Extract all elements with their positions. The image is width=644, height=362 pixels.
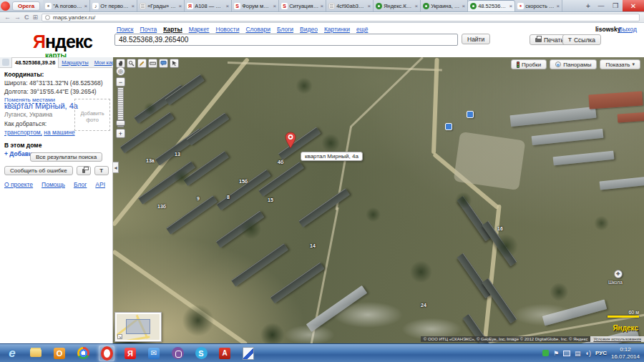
browser-tab[interactable]: "А поговорить?" [43, 0, 90, 11]
browser-tab[interactable]: Яндекс.Карты [374, 0, 421, 11]
network-tray-icon[interactable]: ▤ [575, 350, 581, 357]
username[interactable]: lisowsky [595, 26, 620, 33]
header-nav-link[interactable]: Блоги [277, 26, 293, 33]
show-layers-button[interactable]: Показать [600, 59, 640, 69]
add-photo-box[interactable]: Добавить фото [74, 99, 110, 131]
geolocation-button[interactable]: ◎ [116, 67, 125, 76]
yandex-logo[interactable]: Яндекс [33, 31, 92, 52]
search-input[interactable] [114, 34, 458, 46]
tab-close-icon[interactable] [178, 3, 182, 9]
taskbar-chrome-icon[interactable] [75, 346, 91, 361]
browser-tab[interactable]: Форум мотоцикл… [232, 0, 279, 11]
taskbar-acrobat-icon[interactable] [217, 346, 233, 361]
poi-icon[interactable] [467, 111, 474, 118]
zoom-in-button[interactable]: + [116, 129, 125, 138]
opera-logo-icon[interactable] [1, 1, 10, 11]
taskbar-viber-icon[interactable] [170, 346, 185, 361]
header-nav-link[interactable]: Новости [216, 26, 240, 33]
browser-tab[interactable]: 48.525368,39.2654… [468, 0, 515, 11]
satellite-map-canvas[interactable]: 1313а4б15б981513б141624 ✚ Школа квартал … [113, 57, 644, 343]
taskbar-mail-icon[interactable] [146, 346, 162, 361]
sidebar-footer-link[interactable]: Блог [74, 181, 87, 188]
taskbar-ie-icon[interactable] [4, 346, 20, 361]
tab-close-icon[interactable] [84, 3, 87, 9]
forward-icon[interactable]: → [14, 14, 21, 21]
speed-dial-icon[interactable]: ⊞ [33, 14, 39, 21]
header-nav-link[interactable]: Карты [163, 26, 182, 33]
ruler-tool-icon[interactable] [148, 59, 157, 68]
browser-tab[interactable]: Ситуация в Кие… [279, 0, 326, 11]
maximize-button[interactable] [608, 0, 623, 11]
browser-tab[interactable]: 4cf90ab352872e… [326, 0, 374, 11]
opera-menu-button[interactable]: Opera [12, 1, 40, 11]
reload-icon[interactable]: C [24, 14, 29, 21]
taskbar-outlook-icon[interactable] [52, 346, 67, 361]
minimize-button[interactable] [594, 0, 608, 11]
pencil-tool-icon[interactable] [137, 59, 147, 68]
taskbar-yandex-browser-icon[interactable] [122, 346, 138, 361]
panoramas-button[interactable]: Панорамы [550, 59, 597, 69]
marker-balloon-label[interactable]: квартал Мирный, 4а [301, 152, 363, 161]
browser-tab[interactable]: А108 — Яндекс… [185, 0, 232, 11]
directions-car-link[interactable]: на машине [44, 129, 74, 136]
logout-link[interactable]: Выход [619, 26, 637, 33]
traffic-button[interactable]: Пробки [511, 59, 547, 69]
mini-map-expand-icon[interactable]: ⇲ [117, 334, 122, 339]
taskbar-skype-icon[interactable] [193, 346, 209, 361]
balloon-tool-icon[interactable] [159, 59, 168, 68]
browser-tab[interactable]: скорость звука … [515, 0, 562, 11]
all-results-button[interactable]: Все результаты поиска [30, 152, 102, 162]
tab-routes[interactable]: Маршруты [59, 57, 91, 68]
tab-close-icon[interactable] [509, 3, 512, 9]
tab-close-icon[interactable] [320, 3, 323, 9]
browser-tab[interactable]: «Грады» террори… [137, 0, 185, 11]
sidebar-collapse-arrow[interactable]: ◂ [113, 162, 119, 173]
taskbar-explorer-icon[interactable] [28, 346, 44, 361]
sidebar-link-button[interactable] [94, 166, 109, 175]
report-error-button[interactable]: Сообщить об ошибке [4, 166, 73, 175]
taskbar-journal-icon[interactable] [240, 346, 256, 361]
directions-transport-link[interactable]: транспортом, [4, 129, 42, 136]
mini-map[interactable]: ⇲ [114, 312, 162, 342]
header-nav-link[interactable]: Картинки [324, 26, 350, 33]
language-indicator[interactable]: РУС [595, 350, 607, 356]
volume-tray-icon[interactable]: ◖) [585, 350, 591, 357]
poi-icon[interactable] [445, 123, 452, 130]
back-icon[interactable]: ← [4, 14, 11, 21]
tab-close-icon[interactable] [273, 3, 276, 9]
header-nav-link[interactable]: Видео [300, 26, 318, 33]
mini-map-viewport[interactable] [126, 319, 150, 334]
zoom-slider-handle[interactable] [116, 120, 125, 126]
tab-current-search[interactable]: 48.525368,39.26 [11, 57, 59, 68]
browser-tab[interactable]: От первого лица [90, 0, 137, 11]
header-nav-link[interactable]: Маркет [189, 26, 210, 33]
sidebar-footer-link[interactable]: API [95, 181, 105, 188]
close-window-button[interactable] [623, 0, 644, 11]
tab-close-icon[interactable] [414, 3, 418, 9]
header-nav-link[interactable]: ещё [356, 26, 368, 33]
tab-close-icon[interactable] [367, 3, 371, 9]
select-arrow-tool-icon[interactable] [170, 59, 179, 68]
display-tray-icon[interactable] [563, 351, 570, 356]
place-marker-icon[interactable] [285, 132, 296, 149]
zoom-select-tool-icon[interactable] [127, 59, 136, 68]
tab-close-icon[interactable] [556, 3, 560, 9]
tab-close-icon[interactable] [131, 3, 135, 9]
place-title-link[interactable]: квартал Мирный, 4а [4, 102, 78, 110]
sidebar-print-button[interactable] [77, 166, 91, 175]
url-box[interactable]: maps.yandex.ru/ [42, 14, 640, 21]
browser-tab[interactable]: Украина, Луганс… [421, 0, 468, 11]
new-tab-button[interactable] [582, 0, 594, 11]
antivirus-tray-icon[interactable] [542, 350, 549, 356]
sidebar-footer-link[interactable]: О проекте [4, 181, 33, 188]
terms-link[interactable]: Условия использования [590, 336, 644, 342]
clock[interactable]: 0:12 16.07.2014 [611, 346, 640, 361]
share-link-button[interactable]: Ссылка [562, 34, 601, 45]
taskbar-opera-icon[interactable] [99, 346, 114, 361]
header-nav-link[interactable]: Словари [245, 26, 270, 33]
tab-close-icon[interactable] [462, 3, 465, 9]
flag-tray-icon[interactable]: ⚑ [553, 350, 559, 357]
tab-close-icon[interactable] [225, 3, 229, 9]
sidebar-footer-link[interactable]: Помощь [42, 181, 65, 188]
header-nav-link[interactable]: Почта [140, 26, 157, 33]
